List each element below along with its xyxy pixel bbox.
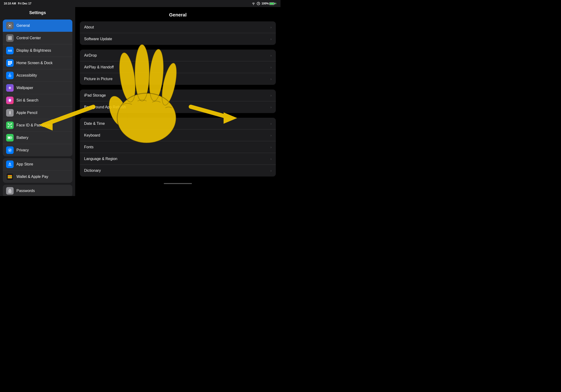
sidebar: Settings General Control Cent xyxy=(0,7,75,196)
sidebar-item-apple-pencil[interactable]: Apple Pencil xyxy=(3,107,72,119)
svg-rect-7 xyxy=(8,38,10,40)
content-item-pip[interactable]: Picture in Picture › xyxy=(80,73,276,85)
svg-point-4 xyxy=(9,25,11,26)
svg-rect-12 xyxy=(8,63,9,64)
date-time-label: Date & Time xyxy=(84,121,105,126)
sidebar-item-app-store[interactable]: App Store xyxy=(3,158,72,171)
svg-rect-31 xyxy=(8,137,11,138)
svg-rect-27 xyxy=(11,126,12,127)
content-item-background-refresh[interactable]: Background App Refresh › xyxy=(80,101,276,113)
content-item-airdrop[interactable]: AirDrop › xyxy=(80,50,276,61)
software-update-label: Software Update xyxy=(84,37,112,41)
about-label: About xyxy=(84,25,94,29)
sidebar-item-passwords[interactable]: Passwords xyxy=(3,185,72,196)
content-item-about[interactable]: About › xyxy=(80,22,276,33)
svg-marker-22 xyxy=(10,114,10,115)
sidebar-section-apps: App Store Wallet & Apple Pay xyxy=(3,158,72,183)
pip-label: Picture in Picture xyxy=(84,77,113,81)
airplay-label: AirPlay & Handoff xyxy=(84,65,114,69)
sidebar-item-siri[interactable]: Siri & Search xyxy=(3,94,72,107)
content-item-software-update[interactable]: Software Update › xyxy=(80,33,276,45)
app-store-label: App Store xyxy=(16,162,33,166)
app-store-icon xyxy=(6,161,14,168)
time-display: 10:10 AM xyxy=(4,2,16,5)
status-bar: 10:10 AM Fri Dec 17 100% xyxy=(0,0,280,7)
face-id-label: Face ID & Passcode xyxy=(16,123,51,127)
privacy-icon xyxy=(6,146,14,154)
fonts-chevron: › xyxy=(270,145,271,149)
sidebar-item-display[interactable]: AA Display & Brightness xyxy=(3,44,72,57)
svg-rect-9 xyxy=(8,61,9,62)
svg-rect-14 xyxy=(11,63,12,64)
main-title: General xyxy=(80,9,276,22)
language-region-chevron: › xyxy=(270,157,271,161)
svg-point-19 xyxy=(10,88,10,88)
content-section-storage: iPad Storage › Background App Refresh › xyxy=(80,89,276,113)
svg-rect-16 xyxy=(9,64,11,65)
background-refresh-label: Background App Refresh xyxy=(84,105,126,109)
content-item-keyboard[interactable]: Keyboard › xyxy=(80,130,276,141)
content-section-about: About › Software Update › xyxy=(80,22,276,45)
content-item-dictionary[interactable]: Dictionary › xyxy=(80,165,276,176)
sidebar-item-face-id[interactable]: Face ID & Passcode xyxy=(3,119,72,132)
svg-point-37 xyxy=(10,191,10,192)
date-display: Fri Dec 17 xyxy=(18,2,31,5)
svg-rect-35 xyxy=(8,176,12,177)
home-screen-label: Home Screen & Dock xyxy=(16,61,53,65)
content-item-language-region[interactable]: Language & Region › xyxy=(80,153,276,165)
svg-rect-10 xyxy=(9,61,11,62)
svg-rect-23 xyxy=(10,111,10,112)
pip-chevron: › xyxy=(270,77,271,81)
content-item-airplay[interactable]: AirPlay & Handoff › xyxy=(80,61,276,73)
app-container: Settings General Control Cent xyxy=(0,7,280,196)
svg-rect-24 xyxy=(8,123,9,124)
svg-rect-8 xyxy=(10,38,11,40)
passwords-icon xyxy=(6,187,14,195)
svg-rect-25 xyxy=(11,123,12,124)
sidebar-item-control-center[interactable]: Control Center xyxy=(3,32,72,44)
sidebar-item-privacy[interactable]: Privacy xyxy=(3,144,72,156)
privacy-label: Privacy xyxy=(16,148,29,152)
sidebar-section-passwords: Passwords xyxy=(3,185,72,196)
software-update-chevron: › xyxy=(270,37,271,41)
svg-point-17 xyxy=(9,74,10,75)
battery-settings-icon xyxy=(6,134,14,142)
ipad-storage-chevron: › xyxy=(270,94,271,97)
battery-fill xyxy=(270,3,274,4)
fonts-label: Fonts xyxy=(84,145,94,149)
sidebar-item-wallpaper[interactable]: Wallpaper xyxy=(3,82,72,94)
status-left: 10:10 AM Fri Dec 17 xyxy=(4,2,32,5)
sidebar-item-battery[interactable]: Battery xyxy=(3,132,72,144)
sidebar-item-general[interactable]: General xyxy=(3,20,72,32)
svg-point-28 xyxy=(9,125,10,125)
airdrop-label: AirDrop xyxy=(84,53,97,58)
airdrop-chevron: › xyxy=(270,54,271,57)
battery-label: Battery xyxy=(16,136,28,140)
sidebar-item-wallet[interactable]: Wallet & Apple Pay xyxy=(3,171,72,183)
siri-icon xyxy=(6,97,14,104)
svg-rect-13 xyxy=(9,63,11,64)
wallet-label: Wallet & Apple Pay xyxy=(16,174,48,179)
background-refresh-chevron: › xyxy=(270,105,271,109)
apple-pencil-label: Apple Pencil xyxy=(16,111,37,115)
svg-line-2 xyxy=(259,3,259,4)
accessibility-label: Accessibility xyxy=(16,73,37,77)
wallpaper-label: Wallpaper xyxy=(16,86,33,90)
content-item-ipad-storage[interactable]: iPad Storage › xyxy=(80,89,276,101)
content-item-fonts[interactable]: Fonts › xyxy=(80,141,276,153)
sidebar-item-home-screen[interactable]: Home Screen & Dock xyxy=(3,57,72,69)
control-center-label: Control Center xyxy=(16,36,41,40)
control-center-icon xyxy=(6,34,14,42)
sidebar-item-accessibility[interactable]: Accessibility xyxy=(3,69,72,82)
svg-rect-15 xyxy=(8,64,9,65)
main-content: General About › Software Update › AirDro… xyxy=(75,7,280,196)
about-chevron: › xyxy=(270,25,271,29)
svg-rect-11 xyxy=(11,61,12,62)
charging-icon xyxy=(275,2,277,5)
content-item-date-time[interactable]: Date & Time › xyxy=(80,118,276,130)
wallpaper-icon xyxy=(6,84,14,92)
airplay-chevron: › xyxy=(270,65,271,69)
scroll-indicator xyxy=(80,181,276,186)
clock-icon xyxy=(257,2,260,5)
wallet-icon xyxy=(6,173,14,181)
